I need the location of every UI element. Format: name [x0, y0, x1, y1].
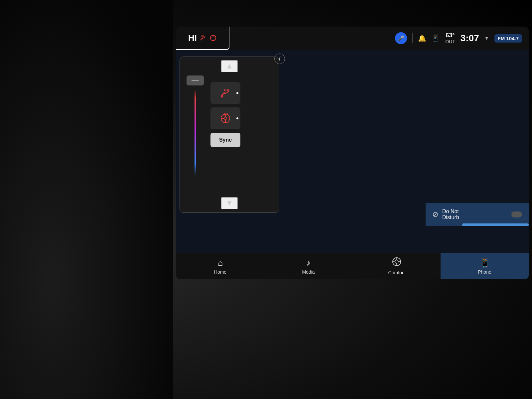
home-label: Home [214, 269, 226, 275]
radio-band: FM [498, 36, 505, 41]
phone-label: Phone [478, 269, 491, 275]
dnd-toggle[interactable] [511, 211, 522, 217]
temp-slider-container [187, 75, 204, 176]
chevron-up-icon: ▲ [226, 62, 233, 70]
nav-item-media[interactable]: ♪ Media [264, 253, 352, 279]
temp-decrease-button[interactable]: ▼ [221, 197, 238, 209]
climate-controls-right: Sync [210, 75, 272, 147]
device-icon: 📱 [432, 34, 440, 42]
seat-heat-icon [200, 34, 207, 42]
screen-content: i ▲ [176, 50, 529, 253]
media-label: Media [302, 269, 315, 275]
clock-display: 3:07 [461, 33, 479, 44]
comfort-icon [392, 257, 401, 269]
seat-heat-button[interactable] [210, 82, 240, 104]
main-screen: HI 🎤 [176, 27, 529, 279]
sync-label: Sync [219, 137, 232, 143]
device-button[interactable]: 📱 [432, 34, 440, 42]
climate-hi-button[interactable]: HI [176, 27, 229, 50]
status-bar: HI 🎤 [176, 27, 529, 50]
radio-display[interactable]: FM 104.7 [494, 34, 522, 43]
chevron-down-icon: ▼ [226, 199, 233, 207]
temp-value: 63° [445, 32, 455, 39]
time-chevron-icon[interactable]: ▼ [484, 36, 489, 41]
right-info-panel [426, 50, 529, 226]
temp-track-svg [194, 89, 196, 176]
steering-heat-dot [236, 117, 238, 119]
nav-item-phone[interactable]: 📱 Phone [441, 253, 529, 279]
svg-rect-1 [195, 89, 196, 176]
notification-bell[interactable]: 🔔 [418, 34, 426, 42]
dnd-label: Do Not Disturb [442, 208, 507, 220]
steering-heat-button-icon [220, 113, 231, 124]
steering-heat-button[interactable] [210, 107, 240, 129]
nav-item-comfort[interactable]: Comfort [352, 253, 441, 279]
hi-label: HI [188, 33, 197, 43]
left-panel [0, 0, 173, 399]
radio-freq: 104.7 [506, 36, 519, 41]
mic-button[interactable]: 🎤 [395, 32, 407, 44]
temp-label: OUT [445, 39, 455, 45]
divider-1 [412, 33, 413, 43]
phone-active-bar [462, 223, 529, 226]
mic-icon: 🎤 [398, 35, 404, 42]
info-icon: i [279, 56, 280, 62]
nav-item-home[interactable]: ⌂ Home [176, 253, 264, 279]
temp-slider-handle[interactable] [187, 75, 204, 85]
handle-line-1 [192, 80, 199, 81]
sync-button[interactable]: Sync [210, 133, 240, 147]
seat-heat-button-icon [219, 87, 231, 99]
steering-heat-status-icon [209, 34, 217, 42]
home-icon: ⌂ [218, 258, 223, 268]
temperature-control-area: Sync [180, 72, 279, 197]
dnd-icon: ⊘ [432, 210, 438, 219]
info-button[interactable]: i [274, 54, 285, 64]
svg-point-3 [224, 117, 227, 120]
climate-panel: i ▲ [180, 57, 279, 213]
comfort-label: Comfort [388, 270, 405, 275]
svg-point-8 [395, 260, 398, 263]
phone-icon: 📱 [479, 258, 490, 268]
dnd-panel: ⊘ Do Not Disturb [426, 203, 529, 226]
bell-icon: 🔔 [418, 34, 426, 42]
outside-temp: 63° OUT [445, 32, 455, 45]
seat-heat-dot [236, 92, 238, 94]
temp-increase-button[interactable]: ▲ [221, 60, 238, 72]
bottom-nav: ⌂ Home ♪ Media Comfort 📱 Phone [176, 253, 529, 279]
media-icon: ♪ [306, 258, 311, 268]
